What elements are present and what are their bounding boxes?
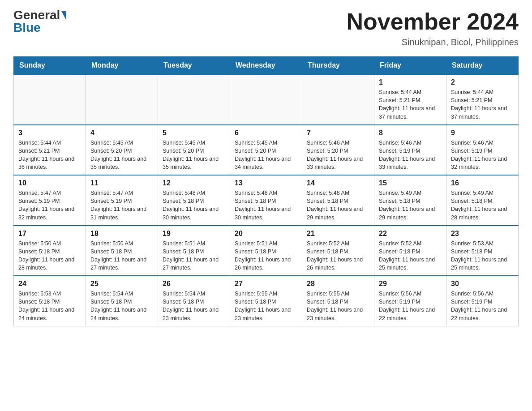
logo-general-text: General [13, 9, 60, 21]
day-cell: 15Sunrise: 5:49 AM Sunset: 5:18 PM Dayli… [374, 175, 446, 226]
day-cell: 30Sunrise: 5:56 AM Sunset: 5:19 PM Dayli… [446, 276, 519, 326]
day-cell [86, 74, 158, 125]
day-info: Sunrise: 5:55 AM Sunset: 5:18 PM Dayligh… [307, 290, 369, 322]
day-number: 19 [163, 230, 225, 238]
day-number: 18 [90, 230, 153, 238]
logo-blue-text: Blue [13, 21, 41, 34]
calendar-header: SundayMondayTuesdayWednesdayThursdayFrid… [14, 57, 519, 75]
day-number: 20 [235, 230, 297, 238]
day-number: 26 [163, 280, 225, 288]
day-cell: 18Sunrise: 5:50 AM Sunset: 5:18 PM Dayli… [86, 226, 158, 276]
day-info: Sunrise: 5:54 AM Sunset: 5:18 PM Dayligh… [90, 290, 153, 322]
day-info: Sunrise: 5:52 AM Sunset: 5:18 PM Dayligh… [307, 240, 369, 272]
day-number: 25 [90, 280, 153, 288]
day-info: Sunrise: 5:45 AM Sunset: 5:20 PM Dayligh… [90, 139, 153, 171]
day-number: 24 [18, 280, 81, 288]
day-cell: 8Sunrise: 5:46 AM Sunset: 5:19 PM Daylig… [374, 125, 446, 176]
week-row-3: 10Sunrise: 5:47 AM Sunset: 5:19 PM Dayli… [14, 175, 519, 226]
day-cell: 16Sunrise: 5:49 AM Sunset: 5:18 PM Dayli… [446, 175, 519, 226]
day-number: 30 [451, 280, 514, 288]
day-info: Sunrise: 5:50 AM Sunset: 5:18 PM Dayligh… [18, 240, 81, 272]
day-number: 11 [90, 179, 153, 187]
day-number: 8 [379, 129, 442, 137]
day-cell: 4Sunrise: 5:45 AM Sunset: 5:20 PM Daylig… [86, 125, 158, 176]
day-info: Sunrise: 5:49 AM Sunset: 5:18 PM Dayligh… [451, 189, 514, 222]
day-number: 17 [18, 230, 81, 238]
week-row-4: 17Sunrise: 5:50 AM Sunset: 5:18 PM Dayli… [14, 226, 519, 276]
day-info: Sunrise: 5:48 AM Sunset: 5:18 PM Dayligh… [235, 189, 297, 222]
day-cell: 29Sunrise: 5:56 AM Sunset: 5:19 PM Dayli… [374, 276, 446, 326]
day-info: Sunrise: 5:44 AM Sunset: 5:21 PM Dayligh… [451, 88, 514, 121]
header-cell-tuesday: Tuesday [158, 57, 230, 75]
day-number: 13 [235, 179, 297, 187]
calendar-title: November 2024 [347, 9, 519, 34]
day-info: Sunrise: 5:46 AM Sunset: 5:19 PM Dayligh… [451, 139, 514, 171]
day-cell: 21Sunrise: 5:52 AM Sunset: 5:18 PM Dayli… [302, 226, 374, 276]
week-row-5: 24Sunrise: 5:53 AM Sunset: 5:18 PM Dayli… [14, 276, 519, 326]
title-area: November 2024 Sinuknipan, Bicol, Philipp… [347, 9, 519, 47]
day-number: 15 [379, 179, 442, 187]
logo: General Blue [13, 9, 66, 34]
header-cell-thursday: Thursday [302, 57, 374, 75]
day-number: 3 [18, 129, 81, 137]
day-number: 7 [307, 129, 369, 137]
day-cell: 14Sunrise: 5:48 AM Sunset: 5:18 PM Dayli… [302, 175, 374, 226]
day-cell: 26Sunrise: 5:54 AM Sunset: 5:18 PM Dayli… [158, 276, 230, 326]
day-cell: 28Sunrise: 5:55 AM Sunset: 5:18 PM Dayli… [302, 276, 374, 326]
week-row-1: 1Sunrise: 5:44 AM Sunset: 5:21 PM Daylig… [14, 74, 519, 125]
header-cell-friday: Friday [374, 57, 446, 75]
day-info: Sunrise: 5:46 AM Sunset: 5:19 PM Dayligh… [379, 139, 442, 171]
day-info: Sunrise: 5:54 AM Sunset: 5:18 PM Dayligh… [163, 290, 225, 322]
day-cell: 23Sunrise: 5:53 AM Sunset: 5:18 PM Dayli… [446, 226, 519, 276]
day-info: Sunrise: 5:51 AM Sunset: 5:18 PM Dayligh… [235, 240, 297, 272]
header: General Blue November 2024 Sinuknipan, B… [13, 9, 519, 47]
header-cell-monday: Monday [86, 57, 158, 75]
day-cell: 27Sunrise: 5:55 AM Sunset: 5:18 PM Dayli… [230, 276, 302, 326]
day-cell: 20Sunrise: 5:51 AM Sunset: 5:18 PM Dayli… [230, 226, 302, 276]
header-cell-sunday: Sunday [14, 57, 86, 75]
day-cell: 10Sunrise: 5:47 AM Sunset: 5:19 PM Dayli… [14, 175, 86, 226]
day-cell: 9Sunrise: 5:46 AM Sunset: 5:19 PM Daylig… [446, 125, 519, 176]
day-cell: 6Sunrise: 5:45 AM Sunset: 5:20 PM Daylig… [230, 125, 302, 176]
day-cell: 17Sunrise: 5:50 AM Sunset: 5:18 PM Dayli… [14, 226, 86, 276]
day-info: Sunrise: 5:48 AM Sunset: 5:18 PM Dayligh… [307, 189, 369, 222]
day-cell: 19Sunrise: 5:51 AM Sunset: 5:18 PM Dayli… [158, 226, 230, 276]
day-number: 1 [379, 78, 442, 86]
day-cell: 5Sunrise: 5:45 AM Sunset: 5:20 PM Daylig… [158, 125, 230, 176]
day-cell: 22Sunrise: 5:52 AM Sunset: 5:18 PM Dayli… [374, 226, 446, 276]
day-cell: 24Sunrise: 5:53 AM Sunset: 5:18 PM Dayli… [14, 276, 86, 326]
day-cell: 1Sunrise: 5:44 AM Sunset: 5:21 PM Daylig… [374, 74, 446, 125]
day-number: 23 [451, 230, 514, 238]
day-cell [14, 74, 86, 125]
day-number: 6 [235, 129, 297, 137]
week-row-2: 3Sunrise: 5:44 AM Sunset: 5:21 PM Daylig… [14, 125, 519, 176]
day-cell: 12Sunrise: 5:48 AM Sunset: 5:18 PM Dayli… [158, 175, 230, 226]
day-number: 28 [307, 280, 369, 288]
day-cell: 11Sunrise: 5:47 AM Sunset: 5:19 PM Dayli… [86, 175, 158, 226]
day-info: Sunrise: 5:53 AM Sunset: 5:18 PM Dayligh… [451, 240, 514, 272]
day-info: Sunrise: 5:51 AM Sunset: 5:18 PM Dayligh… [163, 240, 225, 272]
day-cell [230, 74, 302, 125]
day-info: Sunrise: 5:55 AM Sunset: 5:18 PM Dayligh… [235, 290, 297, 322]
day-info: Sunrise: 5:47 AM Sunset: 5:19 PM Dayligh… [90, 189, 153, 222]
calendar-table: SundayMondayTuesdayWednesdayThursdayFrid… [13, 56, 519, 326]
day-number: 22 [379, 230, 442, 238]
day-number: 21 [307, 230, 369, 238]
day-info: Sunrise: 5:48 AM Sunset: 5:18 PM Dayligh… [163, 189, 225, 222]
day-cell [302, 74, 374, 125]
day-info: Sunrise: 5:53 AM Sunset: 5:18 PM Dayligh… [18, 290, 81, 322]
calendar-subtitle: Sinuknipan, Bicol, Philippines [347, 37, 519, 47]
day-cell: 13Sunrise: 5:48 AM Sunset: 5:18 PM Dayli… [230, 175, 302, 226]
day-info: Sunrise: 5:47 AM Sunset: 5:19 PM Dayligh… [18, 189, 81, 222]
day-number: 29 [379, 280, 442, 288]
day-info: Sunrise: 5:50 AM Sunset: 5:18 PM Dayligh… [90, 240, 153, 272]
day-info: Sunrise: 5:44 AM Sunset: 5:21 PM Dayligh… [18, 139, 81, 171]
header-row: SundayMondayTuesdayWednesdayThursdayFrid… [14, 57, 519, 75]
day-info: Sunrise: 5:46 AM Sunset: 5:20 PM Dayligh… [307, 139, 369, 171]
logo-triangle-icon [61, 11, 66, 19]
day-cell: 25Sunrise: 5:54 AM Sunset: 5:18 PM Dayli… [86, 276, 158, 326]
day-number: 12 [163, 179, 225, 187]
day-cell: 2Sunrise: 5:44 AM Sunset: 5:21 PM Daylig… [446, 74, 519, 125]
day-cell: 7Sunrise: 5:46 AM Sunset: 5:20 PM Daylig… [302, 125, 374, 176]
day-number: 4 [90, 129, 153, 137]
